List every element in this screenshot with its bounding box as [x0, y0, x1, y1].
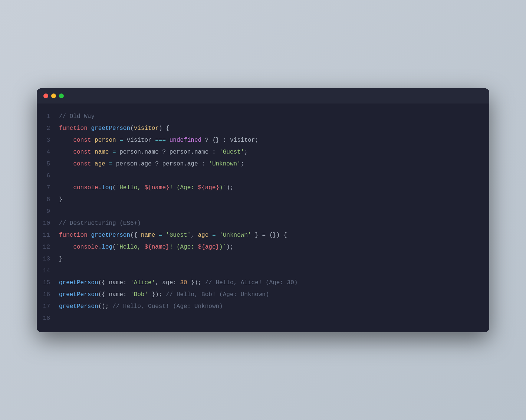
- line-content-18: [59, 314, 63, 324]
- code-line-16: 16 greetPerson({ name: 'Bob' }); // Hell…: [37, 289, 489, 301]
- minimize-button[interactable]: [51, 93, 56, 98]
- line-num-11: 11: [37, 232, 59, 239]
- maximize-button[interactable]: [59, 93, 64, 98]
- line-num-3: 3: [37, 137, 59, 144]
- code-line-5: 5 const age = person.age ? person.age : …: [37, 158, 489, 170]
- line-content-10: // Destructuring (ES6+): [59, 219, 141, 229]
- code-line-7: 7 console.log(`Hello, ${name}! (Age: ${a…: [37, 182, 489, 194]
- code-line-9: 9: [37, 206, 489, 218]
- line-content-4: const name = person.name ? person.name :…: [59, 148, 248, 157]
- line-num-18: 18: [37, 315, 59, 322]
- code-line-11: 11 function greetPerson({ name = 'Guest'…: [37, 230, 489, 242]
- line-num-10: 10: [37, 220, 59, 227]
- titlebar: [37, 88, 489, 104]
- line-content-12: console.log(`Hello, ${name}! (Age: ${age…: [59, 243, 234, 252]
- line-num-12: 12: [37, 244, 59, 250]
- line-content-17: greetPerson(); // Hello, Guest! (Age: Un…: [59, 302, 223, 312]
- line-num-6: 6: [37, 173, 59, 179]
- line-content-8: }: [59, 195, 63, 205]
- line-num-17: 17: [37, 303, 59, 310]
- line-content-3: const person = visitor === undefined ? {…: [59, 136, 259, 145]
- line-num-5: 5: [37, 161, 59, 167]
- code-line-3: 3 const person = visitor === undefined ?…: [37, 135, 489, 147]
- line-num-7: 7: [37, 184, 59, 191]
- line-content-6: [59, 171, 63, 181]
- code-editor[interactable]: 1 // Old Way 2 function greetPerson(visi…: [37, 104, 489, 332]
- line-content-2: function greetPerson(visitor) {: [59, 124, 170, 134]
- line-num-8: 8: [37, 196, 59, 203]
- line-num-9: 9: [37, 208, 59, 215]
- line-num-4: 4: [37, 149, 59, 155]
- line-num-2: 2: [37, 125, 59, 132]
- code-line-6: 6: [37, 170, 489, 182]
- close-button[interactable]: [43, 93, 48, 98]
- code-line-18: 18: [37, 313, 489, 325]
- code-line-1: 1 // Old Way: [37, 111, 489, 123]
- line-num-1: 1: [37, 113, 59, 120]
- line-content-7: console.log(`Hello, ${name}! (Age: ${age…: [59, 183, 234, 193]
- line-num-15: 15: [37, 279, 59, 286]
- editor-window: 1 // Old Way 2 function greetPerson(visi…: [37, 88, 489, 332]
- line-num-14: 14: [37, 268, 59, 274]
- code-line-14: 14: [37, 265, 489, 277]
- code-line-4: 4 const name = person.name ? person.name…: [37, 147, 489, 158]
- code-line-12: 12 console.log(`Hello, ${name}! (Age: ${…: [37, 242, 489, 253]
- code-line-2: 2 function greetPerson(visitor) {: [37, 123, 489, 135]
- code-line-10: 10 // Destructuring (ES6+): [37, 218, 489, 230]
- line-num-16: 16: [37, 291, 59, 298]
- line-content-5: const age = person.age ? person.age : 'U…: [59, 160, 244, 169]
- line-content-11: function greetPerson({ name = 'Guest', a…: [59, 231, 287, 240]
- line-content-14: [59, 266, 63, 276]
- line-content-15: greetPerson({ name: 'Alice', age: 30 });…: [59, 278, 297, 288]
- code-line-17: 17 greetPerson(); // Hello, Guest! (Age:…: [37, 301, 489, 313]
- code-line-8: 8 }: [37, 194, 489, 206]
- code-line-13: 13 }: [37, 253, 489, 265]
- line-content-13: }: [59, 255, 63, 264]
- line-content-9: [59, 207, 63, 217]
- line-content-16: greetPerson({ name: 'Bob' }); // Hello, …: [59, 290, 269, 300]
- code-line-15: 15 greetPerson({ name: 'Alice', age: 30 …: [37, 277, 489, 289]
- line-content-1: // Old Way: [59, 112, 95, 122]
- line-num-13: 13: [37, 256, 59, 262]
